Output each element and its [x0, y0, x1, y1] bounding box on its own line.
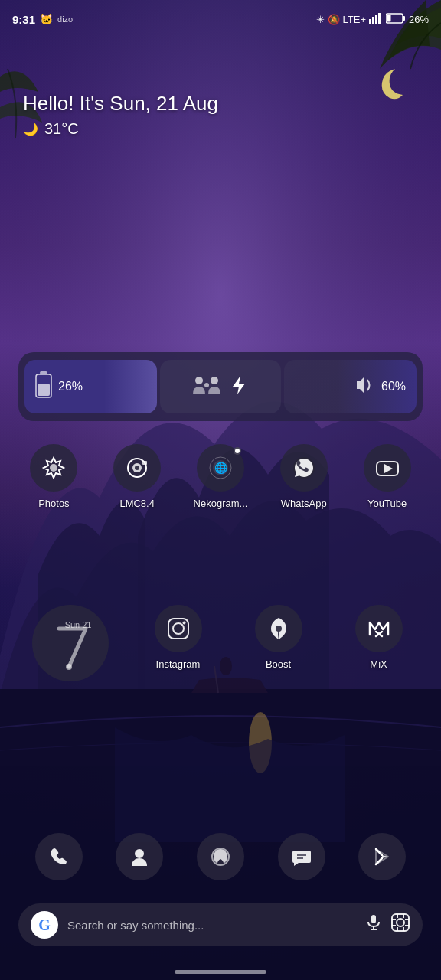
- silent-icon: 🔕: [328, 14, 340, 25]
- nekogram-notif-dot: [234, 447, 241, 455]
- calendar-date: Sun 21: [65, 620, 92, 629]
- status-left: 9:31 🐱 dizo: [12, 13, 73, 26]
- app-lmc[interactable]: LMC8.4: [103, 444, 172, 509]
- svg-point-30: [66, 664, 72, 670]
- dock-messages[interactable]: [278, 833, 325, 880]
- nekogram-icon: 🌐: [197, 444, 244, 492]
- nekogram-label: Nekogram...: [194, 498, 248, 509]
- bluetooth-icon: ✳: [316, 14, 325, 25]
- dock-playstore[interactable]: [358, 833, 406, 880]
- dock-firefox[interactable]: [197, 833, 244, 880]
- volume-stat-value: 60%: [381, 380, 406, 394]
- search-bar[interactable]: G Search or say something...: [18, 903, 423, 946]
- svg-rect-7: [378, 13, 381, 24]
- svg-rect-6: [375, 15, 377, 24]
- app-boost[interactable]: Boost: [244, 605, 313, 681]
- status-bar: 9:31 🐱 dizo ✳ 🔕 LTE+ 26%: [0, 0, 441, 38]
- svg-point-16: [204, 383, 209, 387]
- battery-stat[interactable]: 26%: [24, 360, 157, 413]
- svg-point-15: [211, 377, 218, 384]
- youtube-icon: [364, 444, 411, 492]
- charging-stat[interactable]: [160, 360, 282, 413]
- search-icons: [364, 913, 410, 937]
- svg-rect-13: [38, 384, 50, 396]
- charging-icon: [191, 370, 222, 403]
- dizo-label: dizo: [57, 15, 73, 24]
- svg-rect-10: [387, 15, 390, 21]
- app-mix[interactable]: MiX: [345, 605, 413, 681]
- calendar-widget: Sun 21: [32, 605, 109, 681]
- battery-stat-icon: [35, 371, 52, 402]
- svg-text:🌐: 🌐: [214, 462, 227, 475]
- home-indicator[interactable]: [175, 970, 266, 974]
- lmc-label: LMC8.4: [119, 498, 155, 509]
- network-label: LTE+: [343, 14, 366, 25]
- svg-point-33: [182, 622, 185, 625]
- mix-label: MiX: [370, 658, 387, 670]
- app-whatsapp[interactable]: WhatsApp: [270, 444, 338, 509]
- lmc-icon: [113, 444, 161, 492]
- greeting-text: Hello! It's Sun, 21 Aug: [23, 92, 218, 116]
- instagram-label: Instagram: [156, 658, 201, 670]
- svg-marker-17: [233, 376, 245, 394]
- lens-icon[interactable]: [390, 913, 410, 937]
- dock: [0, 833, 441, 880]
- dock-phone[interactable]: [35, 833, 83, 880]
- dock-contacts[interactable]: [116, 833, 163, 880]
- svg-rect-31: [168, 619, 188, 639]
- svg-point-32: [173, 623, 184, 634]
- weather-row: 🌙 31°C: [23, 120, 218, 138]
- volume-stat[interactable]: 60%: [284, 360, 416, 413]
- whatsapp-label: WhatsApp: [281, 498, 327, 509]
- youtube-label: YouTube: [368, 498, 407, 509]
- google-logo: G: [31, 911, 58, 939]
- photos-icon: [30, 444, 77, 492]
- svg-point-21: [135, 466, 139, 470]
- photos-label: Photos: [38, 498, 69, 509]
- svg-rect-4: [369, 19, 371, 24]
- signal-icon: [369, 13, 383, 26]
- microphone-icon[interactable]: [364, 913, 383, 936]
- battery-icon: [386, 13, 406, 26]
- svg-rect-22: [142, 461, 147, 465]
- app-instagram[interactable]: Instagram: [144, 605, 213, 681]
- mix-icon: [355, 605, 403, 652]
- boost-icon: [255, 605, 302, 652]
- svg-point-34: [276, 626, 282, 632]
- svg-point-46: [397, 919, 404, 926]
- greeting-widget: Hello! It's Sun, 21 Aug 🌙 31°C: [23, 92, 218, 138]
- svg-rect-45: [392, 914, 409, 931]
- svg-rect-9: [403, 16, 405, 21]
- app-photos[interactable]: Photos: [19, 444, 88, 509]
- status-time: 9:31: [12, 13, 35, 26]
- svg-rect-5: [372, 17, 374, 24]
- temperature: 31°C: [44, 120, 79, 138]
- svg-rect-42: [371, 915, 376, 923]
- instagram-icon: [155, 605, 202, 652]
- app-nekogram[interactable]: 🌐 Nekogram...: [186, 444, 255, 509]
- whatsapp-icon: [280, 444, 328, 492]
- flash-icon: [228, 374, 250, 399]
- status-right: ✳ 🔕 LTE+ 26%: [316, 13, 430, 26]
- app-calendar[interactable]: Sun 21: [28, 605, 113, 681]
- weather-icon: 🌙: [23, 122, 38, 136]
- search-placeholder: Search or say something...: [67, 919, 355, 932]
- cat-icon: 🐱: [40, 13, 53, 25]
- svg-point-37: [135, 849, 144, 858]
- app-row-1: Photos LMC8.4 🌐 Nekogram...: [0, 444, 441, 509]
- app-row-2: Sun 21 Instagram: [0, 605, 441, 681]
- app-youtube[interactable]: YouTube: [353, 444, 422, 509]
- boost-label: Boost: [266, 658, 291, 670]
- battery-percent: 26%: [409, 14, 429, 25]
- quick-stats-bar: 26% 60%: [18, 352, 423, 421]
- svg-point-14: [195, 377, 203, 384]
- volume-icon: [352, 374, 375, 400]
- svg-point-18: [50, 464, 57, 472]
- battery-stat-value: 26%: [58, 380, 83, 394]
